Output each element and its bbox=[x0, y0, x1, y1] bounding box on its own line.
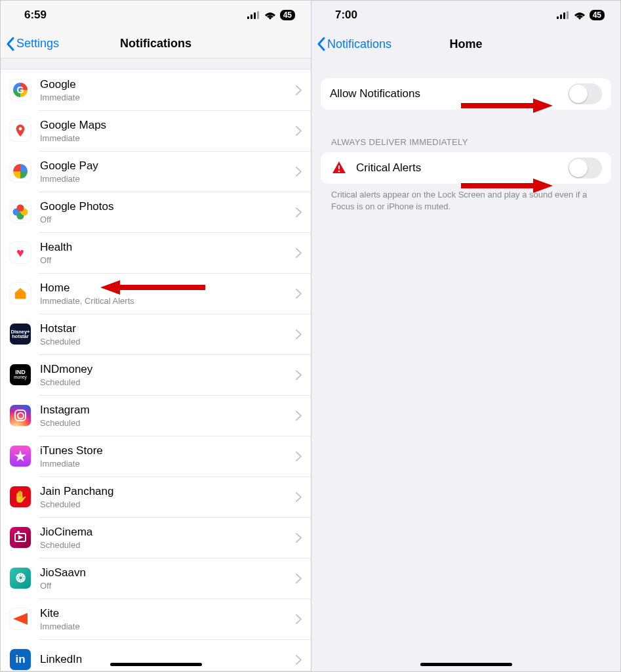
app-row-text: INDmoneyScheduled bbox=[40, 362, 292, 387]
battery-icon: 45 bbox=[590, 10, 605, 20]
app-row-itunes[interactable]: ★iTunes StoreImmediate bbox=[1, 436, 311, 476]
app-row-text: JioCinemaScheduled bbox=[40, 525, 292, 549]
app-title: Hotstar bbox=[40, 322, 292, 335]
chevron-right-icon bbox=[296, 370, 302, 380]
app-row-text: HomeImmediate, Critical Alerts bbox=[40, 281, 292, 305]
chevron-left-icon bbox=[6, 37, 15, 51]
screen-notifications-list: 6:59 45 Settings Notifications GoogleImm… bbox=[1, 1, 311, 671]
home-indicator bbox=[420, 663, 512, 666]
cellular-icon bbox=[557, 11, 570, 19]
app-row-hotstar[interactable]: Disney+hotstarHotstarScheduled bbox=[1, 314, 311, 354]
app-row-gmaps[interactable]: Google MapsImmediate bbox=[1, 110, 311, 151]
app-detail: Scheduled bbox=[40, 337, 292, 346]
allow-notifications-toggle[interactable] bbox=[568, 83, 602, 104]
home-icon bbox=[10, 283, 31, 304]
critical-alerts-label: Critical Alerts bbox=[356, 161, 568, 175]
nav-bar: Settings Notifications bbox=[1, 30, 311, 58]
gphotos-icon bbox=[10, 201, 31, 222]
kite-icon bbox=[10, 608, 31, 629]
allow-notifications-row[interactable]: Allow Notifications bbox=[321, 78, 611, 110]
app-detail: Off bbox=[40, 215, 292, 224]
app-detail: Immediate bbox=[40, 621, 292, 631]
app-row-indmoney[interactable]: INDmoneyINDmoneyScheduled bbox=[1, 354, 311, 395]
warning-triangle-icon bbox=[330, 159, 348, 177]
app-row-gpay[interactable]: Google PayImmediate bbox=[1, 151, 311, 192]
app-notifications-list[interactable]: GoogleImmediateGoogle MapsImmediateGoogl… bbox=[1, 69, 311, 671]
app-row-text: Google MapsImmediate bbox=[40, 118, 292, 142]
app-title: iTunes Store bbox=[40, 444, 292, 457]
jiosaavn-icon: ❂ bbox=[10, 568, 31, 589]
app-title: JioCinema bbox=[40, 525, 292, 539]
app-row-instagram[interactable]: InstagramScheduled bbox=[1, 395, 311, 436]
chevron-right-icon bbox=[296, 492, 302, 502]
chevron-right-icon bbox=[296, 452, 302, 461]
svg-rect-2 bbox=[254, 12, 256, 19]
indmoney-icon: INDmoney bbox=[10, 364, 31, 385]
home-indicator bbox=[110, 663, 202, 666]
app-row-text: Google PhotosOff bbox=[40, 200, 292, 224]
app-detail: Immediate bbox=[40, 459, 292, 469]
app-detail: Immediate bbox=[40, 133, 292, 143]
jain-icon: ✋ bbox=[10, 486, 31, 507]
chevron-right-icon bbox=[296, 329, 302, 339]
hotstar-icon: Disney+hotstar bbox=[10, 324, 31, 345]
screen-home-notifications: 7:00 45 Notifications Home Allow Notific… bbox=[311, 1, 620, 671]
back-button[interactable]: Settings bbox=[6, 37, 59, 51]
app-row-text: KiteImmediate bbox=[40, 606, 292, 631]
app-detail: Immediate bbox=[40, 174, 292, 184]
app-row-text: InstagramScheduled bbox=[40, 403, 292, 427]
app-row-kite[interactable]: KiteImmediate bbox=[1, 598, 311, 639]
health-icon: ♥ bbox=[10, 242, 31, 263]
app-row-jain[interactable]: ✋Jain PanchangScheduled bbox=[1, 476, 311, 517]
back-button[interactable]: Notifications bbox=[317, 37, 391, 51]
svg-rect-9 bbox=[567, 11, 569, 19]
google-icon bbox=[10, 79, 31, 100]
chevron-right-icon bbox=[296, 248, 302, 258]
chevron-right-icon bbox=[296, 533, 302, 543]
chevron-right-icon bbox=[296, 85, 302, 95]
app-title: INDmoney bbox=[40, 362, 292, 376]
chevron-right-icon bbox=[296, 167, 302, 177]
app-row-text: GoogleImmediate bbox=[40, 77, 292, 102]
app-title: Home bbox=[40, 281, 292, 295]
app-row-text: HealthOff bbox=[40, 240, 292, 264]
linkedin-icon: in bbox=[10, 649, 31, 670]
critical-alerts-toggle[interactable] bbox=[568, 158, 602, 178]
app-row-gphotos[interactable]: Google PhotosOff bbox=[1, 192, 311, 232]
app-row-text: Google PayImmediate bbox=[40, 159, 292, 183]
app-row-jiosaavn[interactable]: ❂JioSaavnOff bbox=[1, 558, 311, 598]
critical-alerts-footer: Critical alerts appear on the Lock Scree… bbox=[321, 184, 611, 212]
app-title: Kite bbox=[40, 606, 292, 620]
back-label: Notifications bbox=[327, 37, 391, 51]
critical-alerts-row[interactable]: Critical Alerts bbox=[321, 152, 611, 184]
chevron-right-icon bbox=[296, 655, 302, 665]
app-row-text: iTunes StoreImmediate bbox=[40, 444, 292, 468]
app-row-home[interactable]: HomeImmediate, Critical Alerts bbox=[1, 273, 311, 314]
app-row-health[interactable]: ♥HealthOff bbox=[1, 232, 311, 273]
gmaps-icon bbox=[10, 120, 31, 141]
svg-rect-3 bbox=[257, 11, 259, 19]
svg-rect-0 bbox=[247, 16, 249, 19]
instagram-icon bbox=[10, 405, 31, 426]
app-title: Instagram bbox=[40, 403, 292, 417]
app-detail: Immediate, Critical Alerts bbox=[40, 296, 292, 306]
app-detail: Scheduled bbox=[40, 418, 292, 428]
chevron-left-icon bbox=[317, 37, 326, 51]
chevron-right-icon bbox=[296, 614, 302, 624]
app-title: Health bbox=[40, 240, 292, 254]
battery-icon: 45 bbox=[280, 10, 295, 20]
app-row-text: JioSaavnOff bbox=[40, 566, 292, 590]
app-detail: Scheduled bbox=[40, 540, 292, 550]
critical-alerts-card: Critical Alerts bbox=[321, 152, 611, 184]
app-row-linkedin[interactable]: inLinkedIn bbox=[1, 639, 311, 671]
section-header: ALWAYS DELIVER IMMEDIATELY bbox=[321, 137, 611, 152]
app-title: Google Pay bbox=[40, 159, 292, 173]
app-row-google[interactable]: GoogleImmediate bbox=[1, 70, 311, 110]
allow-notifications-card: Allow Notifications bbox=[321, 78, 611, 110]
app-row-jiocinema[interactable]: JioCinemaScheduled bbox=[1, 517, 311, 558]
chevron-right-icon bbox=[296, 289, 302, 299]
app-detail: Off bbox=[40, 255, 292, 265]
jiocinema-icon bbox=[10, 527, 31, 548]
cellular-icon bbox=[247, 11, 260, 19]
app-title: JioSaavn bbox=[40, 566, 292, 579]
